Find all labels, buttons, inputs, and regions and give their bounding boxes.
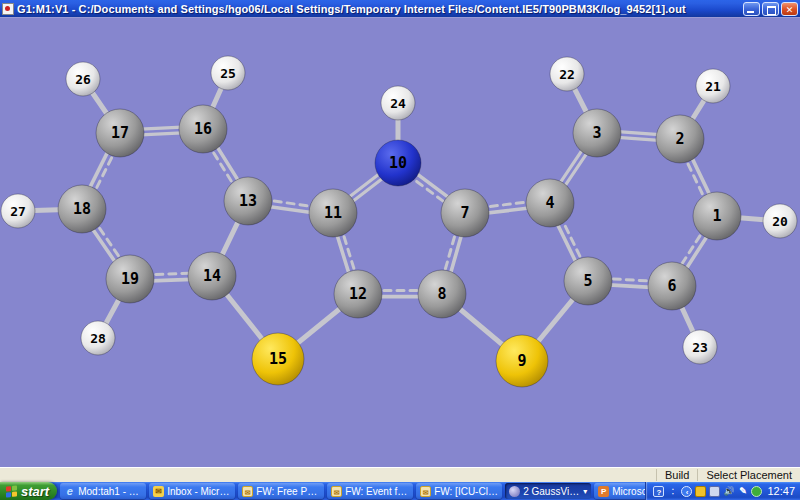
powerpoint-icon: P [598,486,609,497]
atom-label-1: 1 [712,207,721,225]
atom-label-19: 19 [121,270,139,288]
start-button[interactable]: start [0,482,57,500]
gaussview-app-icon [2,3,14,15]
atom-label-11: 11 [324,204,342,222]
ie-icon: e [64,486,75,497]
atom-label-23: 23 [692,340,708,355]
taskbar-clock[interactable]: 12:47 [767,485,795,497]
dots-icon[interactable]: ⁚ [667,486,678,497]
molecule-viewport[interactable]: 1234567891011121314151617181920212223242… [0,17,800,467]
window-title: G1:M1:V1 - C:/Documents and Settings/hgo… [17,3,740,15]
taskbar-button-label: FW: Free Publicit... [256,486,320,497]
atom-label-17: 17 [111,124,129,142]
start-label: start [21,484,49,499]
collapse-chevron-icon[interactable]: ‹ [681,486,692,497]
close-button[interactable] [781,2,798,16]
gaussview-icon [509,486,520,497]
mail-icon: ✉ [242,486,253,497]
status-placement: Select Placement [697,469,800,481]
molecule-svg[interactable]: 1234567891011121314151617181920212223242… [0,18,800,468]
taskbar-buttons: eMod:tah1 - Che...✉Inbox - Microsoft...✉… [57,482,645,500]
taskbar-button-5[interactable]: 2 GaussView▾ [505,483,591,499]
minimize-button[interactable] [743,2,760,16]
taskbar-button-label: FW: [ICU-Club-C... [434,486,498,497]
atom-label-16: 16 [194,120,212,138]
atom-label-26: 26 [75,72,91,87]
atom-label-10: 10 [389,154,407,172]
display-icon[interactable] [709,486,720,497]
atom-label-22: 22 [559,67,575,82]
shield-icon[interactable] [751,486,762,497]
taskbar-button-4[interactable]: ✉FW: [ICU-Club-C... [416,483,502,499]
atom-label-28: 28 [90,331,106,346]
help-icon[interactable]: ? [653,486,664,497]
taskbar: start eMod:tah1 - Che...✉Inbox - Microso… [0,482,800,500]
atom-label-24: 24 [390,96,406,111]
atom-label-18: 18 [73,200,91,218]
atom-label-2: 2 [675,130,684,148]
atom-label-20: 20 [772,214,788,229]
taskbar-button-0[interactable]: eMod:tah1 - Che... [60,483,146,499]
taskbar-button-label: Inbox - Microsoft... [167,486,231,497]
atom-label-25: 25 [220,66,236,81]
pen-icon[interactable]: ✎ [737,486,748,497]
atom-label-8: 8 [437,285,446,303]
atom-label-13: 13 [239,192,257,210]
atom-label-15: 15 [269,350,287,368]
status-mode: Build [656,469,697,481]
windows-flag-icon [6,485,17,497]
taskbar-button-2[interactable]: ✉FW: Free Publicit... [238,483,324,499]
atom-label-21: 21 [705,79,721,94]
title-bar: G1:M1:V1 - C:/Documents and Settings/hgo… [0,0,800,17]
taskbar-button-label: Microsoft PowerP... [612,486,645,497]
atom-label-14: 14 [203,267,221,285]
mail-icon: ✉ [331,486,342,497]
mail-icon: ✉ [420,486,431,497]
atom-label-6: 6 [667,277,676,295]
atom-label-12: 12 [349,285,367,303]
status-bar: Build Select Placement [0,467,800,482]
lock-icon[interactable] [695,486,706,497]
taskbar-button-label: FW: Event for th... [345,486,409,497]
restore-button[interactable] [762,2,779,16]
atom-label-3: 3 [592,124,601,142]
taskbar-button-label: Mod:tah1 - Che... [78,486,142,497]
outlook-icon: ✉ [153,486,164,497]
taskbar-button-3[interactable]: ✉FW: Event for th... [327,483,413,499]
system-tray: ?⁚‹🔊✎12:47 [645,482,800,500]
atom-label-4: 4 [545,194,554,212]
taskbar-button-label: 2 GaussView [523,486,580,497]
taskbar-button-1[interactable]: ✉Inbox - Microsoft... [149,483,235,499]
atom-label-7: 7 [460,204,469,222]
atom-label-27: 27 [10,204,26,219]
group-dropdown-icon[interactable]: ▾ [583,487,587,496]
atom-label-5: 5 [583,272,592,290]
taskbar-button-6[interactable]: PMicrosoft PowerP... [594,483,645,499]
atom-label-9: 9 [517,352,526,370]
volume-icon[interactable]: 🔊 [723,486,734,497]
